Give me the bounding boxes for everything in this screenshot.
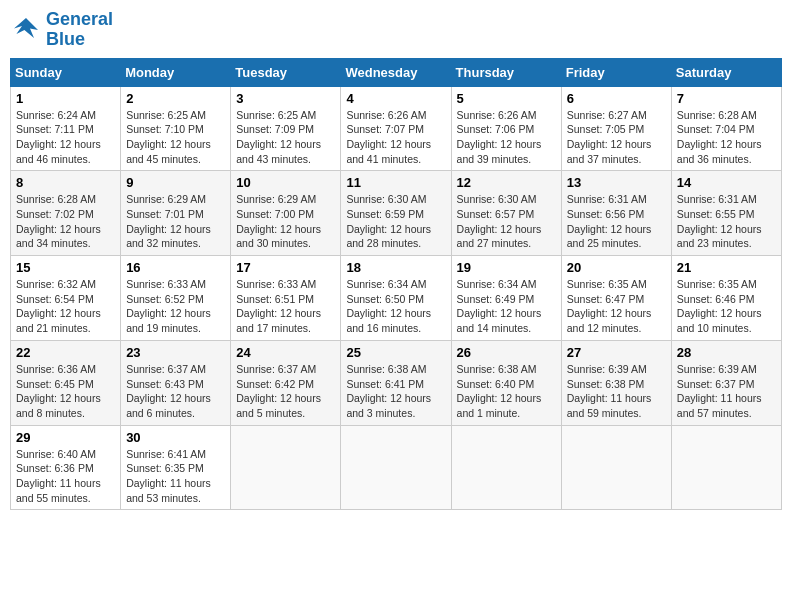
weekday-header-row: SundayMondayTuesdayWednesdayThursdayFrid…	[11, 58, 782, 86]
day-cell-25: 25Sunrise: 6:38 AMSunset: 6:41 PMDayligh…	[341, 340, 451, 425]
day-number-22: 22	[16, 345, 115, 360]
day-info-8: Sunrise: 6:28 AMSunset: 7:02 PMDaylight:…	[16, 192, 115, 251]
empty-cell	[341, 425, 451, 510]
week-row-3: 15Sunrise: 6:32 AMSunset: 6:54 PMDayligh…	[11, 256, 782, 341]
week-row-5: 29Sunrise: 6:40 AMSunset: 6:36 PMDayligh…	[11, 425, 782, 510]
day-cell-3: 3Sunrise: 6:25 AMSunset: 7:09 PMDaylight…	[231, 86, 341, 171]
day-number-10: 10	[236, 175, 335, 190]
weekday-header-sunday: Sunday	[11, 58, 121, 86]
day-info-11: Sunrise: 6:30 AMSunset: 6:59 PMDaylight:…	[346, 192, 445, 251]
day-cell-18: 18Sunrise: 6:34 AMSunset: 6:50 PMDayligh…	[341, 256, 451, 341]
day-info-15: Sunrise: 6:32 AMSunset: 6:54 PMDaylight:…	[16, 277, 115, 336]
day-cell-21: 21Sunrise: 6:35 AMSunset: 6:46 PMDayligh…	[671, 256, 781, 341]
day-number-27: 27	[567, 345, 666, 360]
day-info-10: Sunrise: 6:29 AMSunset: 7:00 PMDaylight:…	[236, 192, 335, 251]
day-info-9: Sunrise: 6:29 AMSunset: 7:01 PMDaylight:…	[126, 192, 225, 251]
day-info-2: Sunrise: 6:25 AMSunset: 7:10 PMDaylight:…	[126, 108, 225, 167]
day-info-6: Sunrise: 6:27 AMSunset: 7:05 PMDaylight:…	[567, 108, 666, 167]
day-cell-9: 9Sunrise: 6:29 AMSunset: 7:01 PMDaylight…	[121, 171, 231, 256]
day-info-24: Sunrise: 6:37 AMSunset: 6:42 PMDaylight:…	[236, 362, 335, 421]
day-info-28: Sunrise: 6:39 AMSunset: 6:37 PMDaylight:…	[677, 362, 776, 421]
day-info-1: Sunrise: 6:24 AMSunset: 7:11 PMDaylight:…	[16, 108, 115, 167]
day-number-30: 30	[126, 430, 225, 445]
day-cell-10: 10Sunrise: 6:29 AMSunset: 7:00 PMDayligh…	[231, 171, 341, 256]
weekday-header-thursday: Thursday	[451, 58, 561, 86]
day-cell-4: 4Sunrise: 6:26 AMSunset: 7:07 PMDaylight…	[341, 86, 451, 171]
day-number-4: 4	[346, 91, 445, 106]
day-info-21: Sunrise: 6:35 AMSunset: 6:46 PMDaylight:…	[677, 277, 776, 336]
day-cell-28: 28Sunrise: 6:39 AMSunset: 6:37 PMDayligh…	[671, 340, 781, 425]
day-number-6: 6	[567, 91, 666, 106]
day-info-18: Sunrise: 6:34 AMSunset: 6:50 PMDaylight:…	[346, 277, 445, 336]
day-number-12: 12	[457, 175, 556, 190]
day-number-2: 2	[126, 91, 225, 106]
day-cell-8: 8Sunrise: 6:28 AMSunset: 7:02 PMDaylight…	[11, 171, 121, 256]
weekday-header-monday: Monday	[121, 58, 231, 86]
week-row-4: 22Sunrise: 6:36 AMSunset: 6:45 PMDayligh…	[11, 340, 782, 425]
weekday-header-tuesday: Tuesday	[231, 58, 341, 86]
day-cell-7: 7Sunrise: 6:28 AMSunset: 7:04 PMDaylight…	[671, 86, 781, 171]
page-header: General Blue	[10, 10, 782, 50]
day-cell-5: 5Sunrise: 6:26 AMSunset: 7:06 PMDaylight…	[451, 86, 561, 171]
empty-cell	[231, 425, 341, 510]
day-number-24: 24	[236, 345, 335, 360]
day-info-23: Sunrise: 6:37 AMSunset: 6:43 PMDaylight:…	[126, 362, 225, 421]
day-number-23: 23	[126, 345, 225, 360]
weekday-header-wednesday: Wednesday	[341, 58, 451, 86]
day-number-14: 14	[677, 175, 776, 190]
day-number-25: 25	[346, 345, 445, 360]
day-number-28: 28	[677, 345, 776, 360]
day-info-20: Sunrise: 6:35 AMSunset: 6:47 PMDaylight:…	[567, 277, 666, 336]
day-info-7: Sunrise: 6:28 AMSunset: 7:04 PMDaylight:…	[677, 108, 776, 167]
day-cell-24: 24Sunrise: 6:37 AMSunset: 6:42 PMDayligh…	[231, 340, 341, 425]
day-cell-12: 12Sunrise: 6:30 AMSunset: 6:57 PMDayligh…	[451, 171, 561, 256]
day-cell-1: 1Sunrise: 6:24 AMSunset: 7:11 PMDaylight…	[11, 86, 121, 171]
day-number-1: 1	[16, 91, 115, 106]
day-cell-23: 23Sunrise: 6:37 AMSunset: 6:43 PMDayligh…	[121, 340, 231, 425]
day-number-17: 17	[236, 260, 335, 275]
day-info-5: Sunrise: 6:26 AMSunset: 7:06 PMDaylight:…	[457, 108, 556, 167]
day-cell-20: 20Sunrise: 6:35 AMSunset: 6:47 PMDayligh…	[561, 256, 671, 341]
empty-cell	[451, 425, 561, 510]
calendar-table: SundayMondayTuesdayWednesdayThursdayFrid…	[10, 58, 782, 511]
day-cell-26: 26Sunrise: 6:38 AMSunset: 6:40 PMDayligh…	[451, 340, 561, 425]
day-number-8: 8	[16, 175, 115, 190]
day-cell-6: 6Sunrise: 6:27 AMSunset: 7:05 PMDaylight…	[561, 86, 671, 171]
day-number-3: 3	[236, 91, 335, 106]
day-cell-15: 15Sunrise: 6:32 AMSunset: 6:54 PMDayligh…	[11, 256, 121, 341]
day-info-16: Sunrise: 6:33 AMSunset: 6:52 PMDaylight:…	[126, 277, 225, 336]
day-number-21: 21	[677, 260, 776, 275]
weekday-header-friday: Friday	[561, 58, 671, 86]
day-number-15: 15	[16, 260, 115, 275]
day-info-26: Sunrise: 6:38 AMSunset: 6:40 PMDaylight:…	[457, 362, 556, 421]
day-cell-13: 13Sunrise: 6:31 AMSunset: 6:56 PMDayligh…	[561, 171, 671, 256]
day-cell-27: 27Sunrise: 6:39 AMSunset: 6:38 PMDayligh…	[561, 340, 671, 425]
day-cell-2: 2Sunrise: 6:25 AMSunset: 7:10 PMDaylight…	[121, 86, 231, 171]
day-number-18: 18	[346, 260, 445, 275]
day-info-3: Sunrise: 6:25 AMSunset: 7:09 PMDaylight:…	[236, 108, 335, 167]
day-info-4: Sunrise: 6:26 AMSunset: 7:07 PMDaylight:…	[346, 108, 445, 167]
day-info-17: Sunrise: 6:33 AMSunset: 6:51 PMDaylight:…	[236, 277, 335, 336]
day-number-7: 7	[677, 91, 776, 106]
day-cell-30: 30Sunrise: 6:41 AMSunset: 6:35 PMDayligh…	[121, 425, 231, 510]
day-cell-16: 16Sunrise: 6:33 AMSunset: 6:52 PMDayligh…	[121, 256, 231, 341]
day-cell-17: 17Sunrise: 6:33 AMSunset: 6:51 PMDayligh…	[231, 256, 341, 341]
day-info-19: Sunrise: 6:34 AMSunset: 6:49 PMDaylight:…	[457, 277, 556, 336]
day-number-13: 13	[567, 175, 666, 190]
day-info-30: Sunrise: 6:41 AMSunset: 6:35 PMDaylight:…	[126, 447, 225, 506]
day-cell-11: 11Sunrise: 6:30 AMSunset: 6:59 PMDayligh…	[341, 171, 451, 256]
logo: General Blue	[10, 10, 113, 50]
day-info-22: Sunrise: 6:36 AMSunset: 6:45 PMDaylight:…	[16, 362, 115, 421]
day-info-29: Sunrise: 6:40 AMSunset: 6:36 PMDaylight:…	[16, 447, 115, 506]
day-number-29: 29	[16, 430, 115, 445]
day-cell-19: 19Sunrise: 6:34 AMSunset: 6:49 PMDayligh…	[451, 256, 561, 341]
day-info-25: Sunrise: 6:38 AMSunset: 6:41 PMDaylight:…	[346, 362, 445, 421]
logo-icon	[10, 14, 42, 46]
day-number-11: 11	[346, 175, 445, 190]
day-cell-22: 22Sunrise: 6:36 AMSunset: 6:45 PMDayligh…	[11, 340, 121, 425]
day-number-26: 26	[457, 345, 556, 360]
day-number-5: 5	[457, 91, 556, 106]
svg-marker-0	[14, 18, 38, 38]
day-info-27: Sunrise: 6:39 AMSunset: 6:38 PMDaylight:…	[567, 362, 666, 421]
week-row-1: 1Sunrise: 6:24 AMSunset: 7:11 PMDaylight…	[11, 86, 782, 171]
